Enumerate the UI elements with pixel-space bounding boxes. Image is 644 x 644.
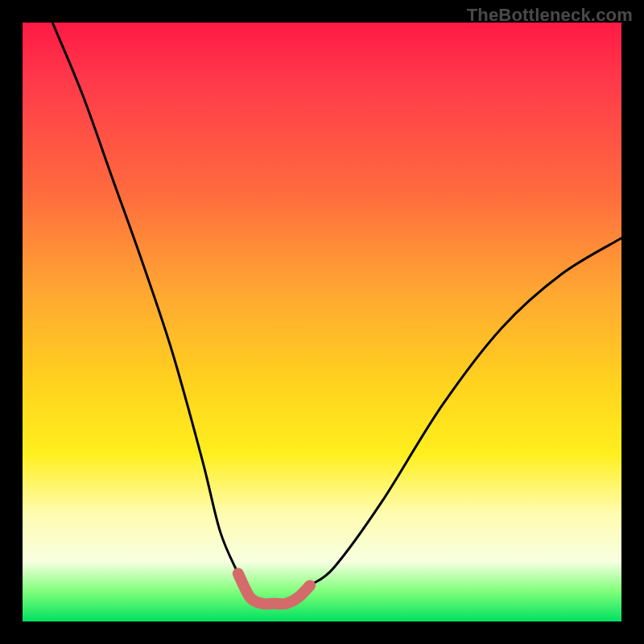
optimal-band — [238, 574, 310, 605]
bottleneck-curve — [52, 23, 621, 604]
curve-svg — [23, 23, 621, 621]
chart-frame: TheBottleneck.com — [0, 0, 644, 644]
plot-area — [23, 23, 621, 621]
